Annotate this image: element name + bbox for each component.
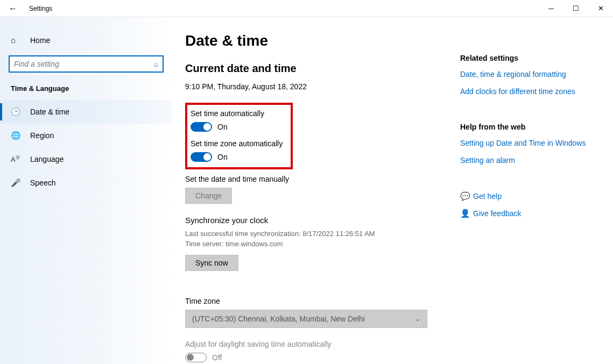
sidebar-item-label: Language <box>30 155 64 163</box>
clock-icon: 🕑 <box>11 107 22 117</box>
sync-last: Last successful time synchronization: 8/… <box>185 229 449 239</box>
highlight-annotation: Set time automatically On Set time zone … <box>185 103 293 169</box>
link-add-clocks[interactable]: Add clocks for different time zones <box>460 87 600 96</box>
sidebar-item-label: Date & time <box>30 108 69 116</box>
maximize-button[interactable]: ☐ <box>563 0 588 17</box>
search-box[interactable]: ⌕ <box>9 55 164 73</box>
dst-label: Adjust for daylight saving time automati… <box>185 340 449 348</box>
set-tz-auto-label: Set time zone automatically <box>191 139 285 148</box>
set-time-auto-state: On <box>217 123 228 131</box>
sync-server: Time server: time.windows.com <box>185 239 449 249</box>
sync-now-button[interactable]: Sync now <box>185 255 238 271</box>
app-title: Settings <box>29 5 52 12</box>
close-button[interactable]: ✕ <box>588 0 613 17</box>
titlebar: ← Settings ─ ☐ ✕ <box>0 0 613 17</box>
link-date-regional-formatting[interactable]: Date, time & regional formatting <box>460 70 600 78</box>
get-help-row[interactable]: 💬 Get help <box>460 191 600 201</box>
timezone-dropdown[interactable]: (UTC+05:30) Chennai, Kolkata, Mumbai, Ne… <box>185 310 427 328</box>
set-tz-auto-state: On <box>217 153 228 161</box>
chevron-down-icon: ⌄ <box>415 315 420 323</box>
page-title: Date & time <box>185 32 449 49</box>
link-help-alarm[interactable]: Setting an alarm <box>460 156 600 165</box>
sidebar-item-date-time[interactable]: 🕑 Date & time <box>0 100 172 124</box>
sidebar-home[interactable]: ⌂ Home <box>0 32 172 48</box>
set-time-auto-toggle[interactable] <box>191 122 212 132</box>
search-input[interactable] <box>14 60 154 68</box>
sidebar: ⌂ Home ⌕ Time & Language 🕑 Date & time 🌐… <box>0 17 172 364</box>
help-icon: 💬 <box>460 191 473 201</box>
sidebar-item-region[interactable]: 🌐 Region <box>0 124 172 147</box>
language-icon: A字 <box>11 155 22 163</box>
sidebar-item-speech[interactable]: 🎤 Speech <box>0 171 172 195</box>
back-button[interactable]: ← <box>0 4 26 13</box>
globe-icon: 🌐 <box>11 131 22 140</box>
timezone-value: (UTC+05:30) Chennai, Kolkata, Mumbai, Ne… <box>192 315 365 323</box>
help-from-web-heading: Help from the web <box>460 123 600 131</box>
timezone-label: Time zone <box>185 297 449 305</box>
sidebar-section-title: Time & Language <box>0 84 172 100</box>
set-time-auto-label: Set time automatically <box>191 109 285 118</box>
set-tz-auto-toggle[interactable] <box>191 152 212 162</box>
search-icon: ⌕ <box>154 60 158 68</box>
dst-state: Off <box>212 353 222 362</box>
dst-toggle[interactable] <box>185 353 207 362</box>
change-button[interactable]: Change <box>185 188 232 204</box>
aside-panel: Related settings Date, time & regional f… <box>460 32 600 364</box>
give-feedback-row[interactable]: 👤 Give feedback <box>460 209 600 218</box>
related-settings-heading: Related settings <box>460 54 600 62</box>
sidebar-item-label: Region <box>30 131 54 140</box>
give-feedback-link: Give feedback <box>473 209 522 218</box>
window-controls: ─ ☐ ✕ <box>539 0 613 17</box>
current-datetime-heading: Current date and time <box>185 62 449 75</box>
sidebar-item-label: Speech <box>30 179 55 187</box>
sidebar-item-language[interactable]: A字 Language <box>0 147 172 171</box>
home-icon: ⌂ <box>11 35 22 45</box>
sidebar-home-label: Home <box>30 36 50 45</box>
manual-date-label: Set the date and time manually <box>185 175 449 183</box>
main-content: Date & time Current date and time 9:10 P… <box>185 32 449 364</box>
get-help-link: Get help <box>473 192 502 201</box>
feedback-icon: 👤 <box>460 209 473 218</box>
microphone-icon: 🎤 <box>11 178 22 188</box>
minimize-button[interactable]: ─ <box>539 0 563 17</box>
sync-heading: Synchronize your clock <box>185 216 449 225</box>
current-datetime-value: 9:10 PM, Thursday, August 18, 2022 <box>185 82 449 91</box>
link-help-setup-datetime[interactable]: Setting up Date and Time in Windows <box>460 139 600 147</box>
